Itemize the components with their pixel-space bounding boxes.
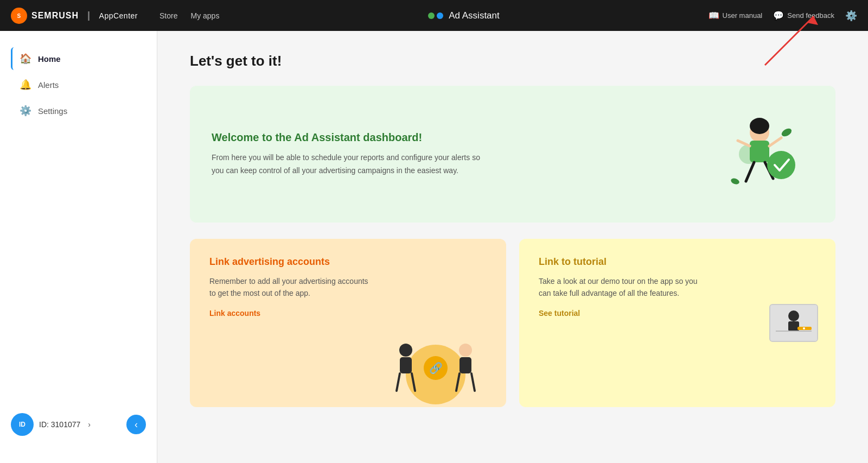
user-avatar[interactable]: ID [11,413,34,436]
svg-line-11 [769,138,781,146]
sidebar-item-settings[interactable]: ⚙️ Settings [11,99,146,122]
tutorial-thumbnail [769,304,818,342]
svg-text:🔗: 🔗 [429,361,443,375]
logo[interactable]: S SEMRUSH | AppCenter [11,8,138,24]
svg-text:S: S [17,13,21,19]
svg-rect-23 [459,357,471,373]
svg-point-6 [750,118,769,134]
send-feedback-link[interactable]: 💬 Send feedback [773,10,834,21]
bottom-cards: Link advertising accounts Remember to ad… [190,239,835,407]
appcenter-text: AppCenter [99,11,138,20]
page-title: Let's get to it! [190,53,835,69]
link-accounts-desc: Remember to add all your advertising acc… [209,275,372,300]
svg-line-25 [471,373,475,391]
welcome-illustration [705,105,814,203]
link-accounts-card: Link advertising accounts Remember to ad… [190,239,506,407]
tutorial-thumb-svg [770,305,817,341]
semrush-text: SEMRUSH [31,11,79,21]
collapse-sidebar-button[interactable]: ‹ [126,415,146,434]
sidebar: 🏠 Home 🔔 Alerts ⚙️ Settings ID ID: 31010… [0,31,157,463]
home-icon: 🏠 [20,53,31,65]
settings-gear-icon[interactable]: ⚙️ [845,10,857,22]
welcome-svg [705,105,814,203]
settings-label: Settings [38,106,67,116]
user-manual-link[interactable]: 📖 User manual [709,10,763,21]
svg-rect-19 [400,357,412,373]
feedback-icon: 💬 [773,10,784,21]
dot-green [428,12,435,19]
svg-line-10 [738,141,750,146]
app-layout: 🏠 Home 🔔 Alerts ⚙️ Settings ID ID: 31010… [0,0,868,463]
top-navigation: S SEMRUSH | AppCenter Store My apps Ad A… [0,0,868,31]
svg-rect-7 [750,141,769,162]
app-name: Ad Assistant [449,10,500,21]
svg-point-18 [399,344,412,357]
welcome-heading: Welcome to the Ad Assistant dashboard! [212,131,494,144]
svg-line-20 [397,373,400,391]
svg-line-8 [746,162,754,181]
sidebar-item-home[interactable]: 🏠 Home [11,47,146,70]
svg-rect-30 [788,321,799,331]
svg-point-29 [788,310,799,321]
svg-point-22 [459,344,472,357]
welcome-text: Welcome to the Ad Assistant dashboard! F… [212,131,494,177]
sidebar-bottom: ID ID: 3101077 › ‹ [0,402,157,447]
store-link[interactable]: Store [159,11,177,20]
tutorial-title: Link to tutorial [539,256,816,268]
settings-icon: ⚙️ [20,105,31,117]
svg-point-33 [803,327,805,329]
alerts-label: Alerts [38,80,59,90]
user-id-text: ID: 3101077 [39,420,80,429]
alerts-icon: 🔔 [20,79,31,91]
topnav-right-actions: 📖 User manual 💬 Send feedback ⚙️ [709,10,857,22]
link-accounts-illustration: 🔗 [376,320,495,407]
home-label: Home [38,54,61,64]
tutorial-desc: Take a look at our demo tour on the app … [539,275,701,300]
welcome-card: Welcome to the Ad Assistant dashboard! F… [190,86,835,223]
sidebar-nav: 🏠 Home 🔔 Alerts ⚙️ Settings [0,47,157,122]
main-content: Let's get to it! Welcome to the Ad Assis… [157,31,868,463]
my-apps-link[interactable]: My apps [190,11,219,20]
semrush-logo-icon: S [11,8,27,24]
tutorial-card: Link to tutorial Take a look at our demo… [519,239,835,407]
dot-blue [437,12,443,19]
link-accounts-link[interactable]: Link accounts [209,309,260,318]
nav-links: Store My apps [159,11,219,20]
svg-point-14 [730,177,740,186]
chevron-right-icon: › [88,420,91,429]
app-dots [428,12,443,19]
svg-point-12 [767,151,795,179]
logo-divider: | [87,10,91,21]
app-title-area: Ad Assistant [219,10,708,21]
book-icon: 📖 [709,10,719,21]
svg-point-13 [780,127,793,138]
link-accounts-title: Link advertising accounts [209,256,487,268]
welcome-body: From here you will be able to schedule y… [212,151,494,177]
tutorial-link[interactable]: See tutorial [539,309,580,318]
sidebar-item-alerts[interactable]: 🔔 Alerts [11,73,146,96]
